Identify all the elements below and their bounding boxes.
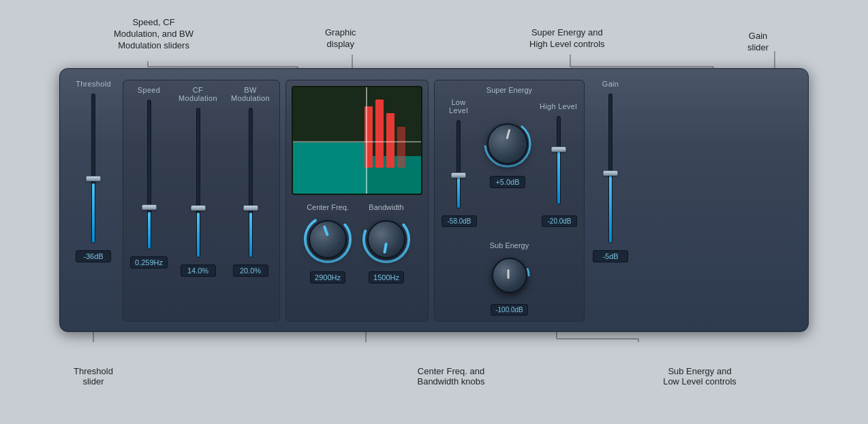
bandwidth-knob[interactable]	[361, 214, 412, 264]
bw-modulation-label: BWModulation	[231, 86, 270, 102]
center-freq-value[interactable]: 2900Hz	[310, 271, 345, 284]
bandwidth-label: Bandwidth	[369, 203, 403, 211]
graphic-display-screen	[292, 86, 422, 195]
high-level-section: High Level	[540, 102, 577, 205]
gain-label: Gain	[602, 80, 619, 88]
sub-energy-knob[interactable]	[488, 254, 531, 297]
super-energy-section: Super Energy Low Level	[441, 86, 577, 227]
sub-energy-title: Sub Energy	[490, 241, 529, 249]
annotation-speed-cf-bw: Speed, CFModulation, and BWModulation sl…	[114, 17, 193, 52]
super-energy-knob[interactable]	[482, 119, 533, 169]
speed-cf-bw-group: Speed 0.259Hz CFModulation	[123, 80, 280, 322]
sub-energy-section: Sub Energy -100.0dB	[441, 241, 577, 316]
low-level-label: Low Level	[441, 98, 476, 115]
gain-value[interactable]: -5dB	[593, 250, 628, 262]
high-level-value[interactable]: -20.0dB	[542, 215, 577, 227]
gain-section: Gain -5dB	[590, 80, 631, 322]
super-energy-title: Super Energy	[486, 86, 532, 94]
annotation-threshold-slider: Thresholdslider	[66, 366, 121, 387]
super-energy-knob-group: +5.0dB	[482, 119, 533, 188]
speed-section: Speed 0.259Hz	[130, 86, 168, 316]
high-level-label: High Level	[540, 102, 577, 110]
annotation-gain-slider: Gainslider	[747, 31, 769, 54]
center-freq-label: Center Freq.	[307, 203, 349, 211]
plugin-frame: Threshold -36dB Speed 0.259Hz	[59, 68, 809, 332]
cf-modulation-value[interactable]: 14.0%	[181, 264, 216, 277]
annotation-center-freq-bandwidth: Center Freq. andBandwidth knobs	[311, 366, 591, 387]
section-divider	[441, 234, 577, 234]
cf-modulation-section: CFModulation 14.0%	[176, 86, 220, 316]
annotation-graphic-display: Graphicdisplay	[325, 27, 356, 50]
energy-controls-section: Super Energy Low Level	[434, 80, 585, 322]
super-energy-value[interactable]: +5.0dB	[490, 176, 525, 188]
bw-modulation-value[interactable]: 20.0%	[233, 264, 268, 277]
center-freq-group: Center Freq. 2900Hz	[303, 203, 353, 284]
center-freq-knob[interactable]	[303, 214, 353, 264]
annotation-super-energy-high-level: Super Energy andHigh Level controls	[529, 27, 605, 50]
sub-energy-value[interactable]: -100.0dB	[491, 304, 528, 316]
threshold-label: Threshold	[76, 80, 111, 88]
bandwidth-group: Bandwidth 1500Hz	[361, 203, 412, 284]
threshold-section: Threshold -36dB	[69, 80, 117, 322]
cf-modulation-label: CFModulation	[179, 86, 217, 102]
low-level-value[interactable]: -58.0dB	[441, 215, 477, 227]
low-level-section: Low Level	[441, 98, 476, 209]
bw-modulation-section: BWModulation 20.0%	[228, 86, 273, 316]
threshold-value[interactable]: -36dB	[76, 250, 111, 262]
speed-label: Speed	[138, 86, 160, 94]
bandwidth-value[interactable]: 1500Hz	[369, 271, 404, 284]
speed-value[interactable]: 0.259Hz	[130, 256, 168, 269]
graphic-display-section: Center Freq. 2900Hz Bandwidth	[285, 80, 429, 322]
annotation-sub-energy-low-level: Sub Energy andLow Level controls	[645, 366, 754, 387]
